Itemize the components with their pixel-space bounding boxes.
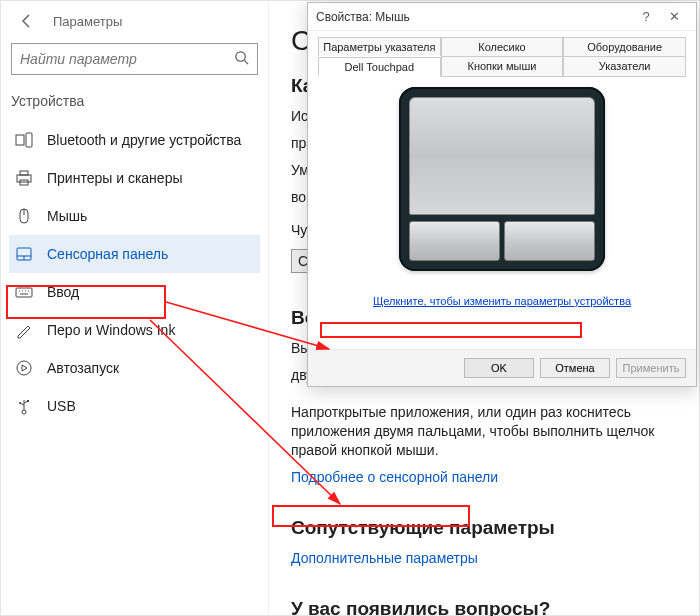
touchpad-left-button bbox=[409, 221, 500, 261]
svg-rect-3 bbox=[26, 133, 32, 147]
touchpad-right-button bbox=[504, 221, 595, 261]
tab-strip: Параметры указателя Колесико Оборудовани… bbox=[318, 37, 686, 77]
usb-icon bbox=[15, 397, 33, 415]
sidebar-item-label: Мышь bbox=[47, 208, 87, 224]
tab-pointer-options[interactable]: Параметры указателя bbox=[318, 37, 441, 56]
dialog-button-row: OK Отмена Применить bbox=[308, 349, 696, 386]
sidebar-item-label: Перо и Windows Ink bbox=[47, 322, 175, 338]
sidebar-item-label: Автозапуск bbox=[47, 360, 119, 376]
ok-button[interactable]: OK bbox=[464, 358, 534, 378]
section-questions: У вас появились вопросы? bbox=[291, 598, 677, 616]
printer-icon bbox=[15, 169, 33, 187]
nav-list: Bluetooth и другие устройства Принтеры и… bbox=[9, 121, 260, 425]
sidebar-item-label: Принтеры и сканеры bbox=[47, 170, 182, 186]
tab-body: Щелкните, чтобы изменить параметры устро… bbox=[318, 77, 686, 349]
mouse-icon bbox=[15, 207, 33, 225]
section-related: Сопутствующие параметры bbox=[291, 517, 677, 539]
touchpad-surface bbox=[409, 97, 595, 215]
sidebar-item-printers[interactable]: Принтеры и сканеры bbox=[9, 159, 260, 197]
learn-more-link[interactable]: Подробнее о сенсорной панели bbox=[291, 468, 677, 487]
svg-rect-22 bbox=[27, 400, 29, 402]
tab-hardware[interactable]: Оборудование bbox=[563, 37, 686, 56]
sidebar-item-mouse[interactable]: Мышь bbox=[9, 197, 260, 235]
tab-wheel[interactable]: Колесико bbox=[441, 37, 564, 56]
close-icon[interactable]: ✕ bbox=[660, 9, 688, 24]
svg-point-18 bbox=[17, 361, 31, 375]
help-icon[interactable]: ? bbox=[632, 9, 660, 24]
sidebar-item-label: Сенсорная панель bbox=[47, 246, 168, 262]
sidebar-item-typing[interactable]: Ввод bbox=[9, 273, 260, 311]
svg-rect-12 bbox=[16, 288, 32, 297]
sidebar-item-label: Bluetooth и другие устройства bbox=[47, 132, 241, 148]
change-device-settings-link[interactable]: Щелкните, чтобы изменить параметры устро… bbox=[373, 295, 631, 307]
additional-settings-link[interactable]: Дополнительные параметры bbox=[291, 549, 677, 568]
sidebar-item-usb[interactable]: USB bbox=[9, 387, 260, 425]
search-icon bbox=[234, 50, 249, 68]
tab-dell-touchpad[interactable]: Dell Touchpad bbox=[318, 57, 441, 77]
sidebar-item-bluetooth[interactable]: Bluetooth и другие устройства bbox=[9, 121, 260, 159]
apply-button[interactable]: Применить bbox=[616, 358, 686, 378]
sidebar-item-pen[interactable]: Перо и Windows Ink bbox=[9, 311, 260, 349]
svg-rect-4 bbox=[17, 175, 31, 182]
settings-title: Параметры bbox=[53, 14, 122, 29]
search-input[interactable] bbox=[20, 51, 234, 67]
svg-line-1 bbox=[244, 60, 248, 64]
svg-point-21 bbox=[19, 402, 21, 404]
cancel-button[interactable]: Отмена bbox=[540, 358, 610, 378]
search-box[interactable] bbox=[11, 43, 258, 75]
sidebar-item-autoplay[interactable]: Автозапуск bbox=[9, 349, 260, 387]
keyboard-icon bbox=[15, 283, 33, 301]
dialog-titlebar[interactable]: Свойства: Мышь ? ✕ bbox=[308, 3, 696, 31]
section-label-devices: Устройства bbox=[11, 93, 258, 109]
svg-rect-5 bbox=[20, 171, 28, 175]
svg-point-19 bbox=[22, 410, 26, 414]
sidebar-item-label: USB bbox=[47, 398, 76, 414]
devices-icon bbox=[15, 131, 33, 149]
svg-point-0 bbox=[236, 52, 245, 61]
back-icon[interactable] bbox=[19, 13, 35, 29]
settings-sidebar: Параметры Устройства Bluetooth и другие … bbox=[1, 1, 269, 615]
pen-icon bbox=[15, 321, 33, 339]
sidebar-item-touchpad[interactable]: Сенсорная панель bbox=[9, 235, 260, 273]
tab-buttons[interactable]: Кнопки мыши bbox=[441, 56, 564, 76]
touchpad-graphic bbox=[399, 87, 605, 271]
sidebar-item-label: Ввод bbox=[47, 284, 79, 300]
tab-pointers[interactable]: Указатели bbox=[563, 56, 686, 76]
touchpad-icon bbox=[15, 245, 33, 263]
mouse-properties-dialog: Свойства: Мышь ? ✕ Параметры указателя К… bbox=[307, 2, 697, 387]
svg-rect-2 bbox=[16, 135, 24, 145]
dialog-title: Свойства: Мышь bbox=[316, 10, 410, 24]
direction-para: Напр­открытые приложения, или один раз к… bbox=[291, 403, 677, 460]
autoplay-icon bbox=[15, 359, 33, 377]
